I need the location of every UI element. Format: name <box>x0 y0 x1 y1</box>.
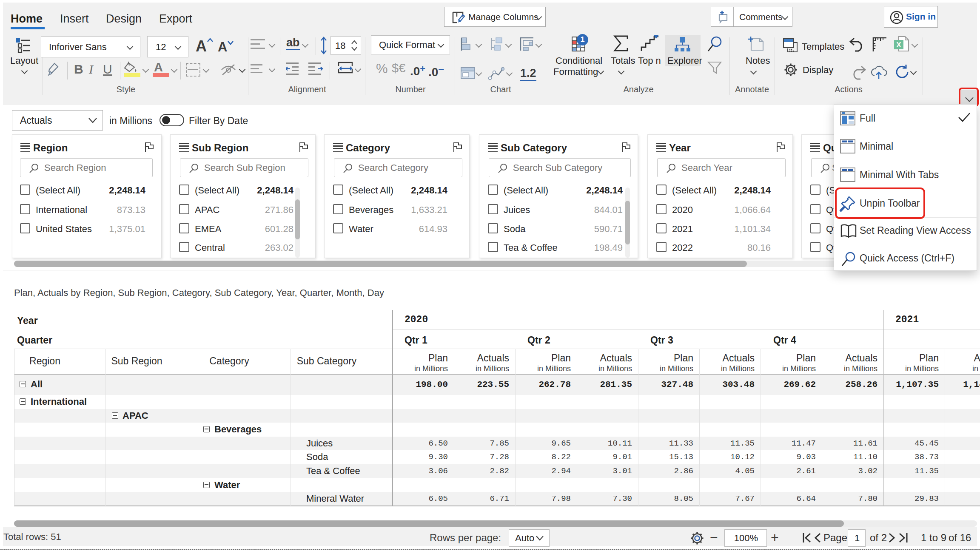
svg-text:X: X <box>896 41 901 49</box>
